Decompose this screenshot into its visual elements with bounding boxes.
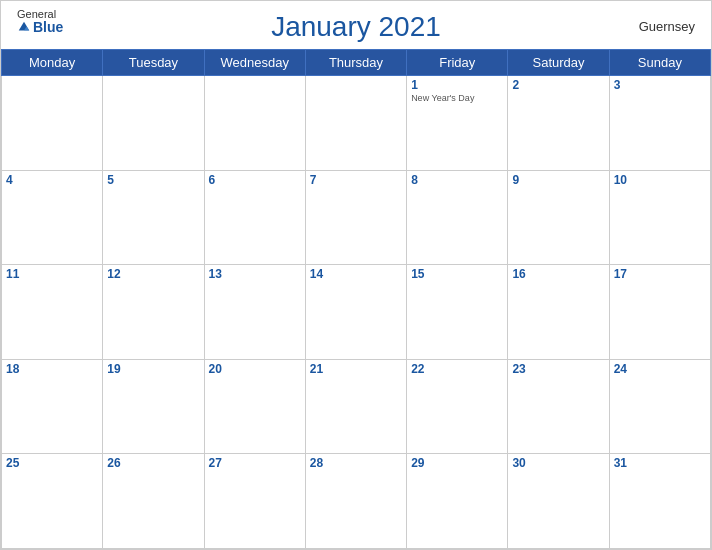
day-number: 24 bbox=[614, 362, 706, 376]
holiday-label: New Year's Day bbox=[411, 93, 503, 104]
calendar-cell: 8 bbox=[407, 170, 508, 265]
calendar-cell bbox=[204, 76, 305, 171]
weekday-thursday: Thursday bbox=[305, 50, 406, 76]
calendar-cell: 11 bbox=[2, 265, 103, 360]
day-number: 15 bbox=[411, 267, 503, 281]
logo-icon bbox=[17, 20, 31, 34]
calendar-country: Guernsey bbox=[639, 19, 695, 34]
week-row-2: 45678910 bbox=[2, 170, 711, 265]
calendar-cell: 24 bbox=[609, 359, 710, 454]
calendar-cell: 13 bbox=[204, 265, 305, 360]
day-number: 16 bbox=[512, 267, 604, 281]
calendar-cell: 1New Year's Day bbox=[407, 76, 508, 171]
calendar-cell: 21 bbox=[305, 359, 406, 454]
day-number: 29 bbox=[411, 456, 503, 470]
day-number: 22 bbox=[411, 362, 503, 376]
calendar-cell: 9 bbox=[508, 170, 609, 265]
calendar-cell: 19 bbox=[103, 359, 204, 454]
calendar-cell: 31 bbox=[609, 454, 710, 549]
calendar-cell: 3 bbox=[609, 76, 710, 171]
calendar-table: MondayTuesdayWednesdayThursdayFridaySatu… bbox=[1, 49, 711, 549]
calendar-cell: 14 bbox=[305, 265, 406, 360]
calendar-cell: 28 bbox=[305, 454, 406, 549]
day-number: 21 bbox=[310, 362, 402, 376]
day-number: 11 bbox=[6, 267, 98, 281]
calendar-cell bbox=[2, 76, 103, 171]
calendar-cell: 27 bbox=[204, 454, 305, 549]
calendar-cell: 30 bbox=[508, 454, 609, 549]
calendar-cell: 20 bbox=[204, 359, 305, 454]
calendar-cell: 25 bbox=[2, 454, 103, 549]
day-number: 1 bbox=[411, 78, 503, 92]
day-number: 25 bbox=[6, 456, 98, 470]
logo: General Blue bbox=[17, 9, 63, 34]
day-number: 8 bbox=[411, 173, 503, 187]
day-number: 10 bbox=[614, 173, 706, 187]
calendar-header: General Blue January 2021 Guernsey bbox=[1, 1, 711, 49]
calendar-cell: 23 bbox=[508, 359, 609, 454]
calendar-cell: 6 bbox=[204, 170, 305, 265]
day-number: 31 bbox=[614, 456, 706, 470]
calendar-cell bbox=[305, 76, 406, 171]
day-number: 27 bbox=[209, 456, 301, 470]
calendar-cell: 4 bbox=[2, 170, 103, 265]
calendar-title: January 2021 bbox=[271, 11, 441, 43]
day-number: 14 bbox=[310, 267, 402, 281]
week-row-1: 1New Year's Day23 bbox=[2, 76, 711, 171]
calendar-cell: 26 bbox=[103, 454, 204, 549]
week-row-5: 25262728293031 bbox=[2, 454, 711, 549]
calendar-cell: 10 bbox=[609, 170, 710, 265]
day-number: 4 bbox=[6, 173, 98, 187]
calendar-cell: 7 bbox=[305, 170, 406, 265]
calendar-cell: 22 bbox=[407, 359, 508, 454]
day-number: 30 bbox=[512, 456, 604, 470]
day-number: 7 bbox=[310, 173, 402, 187]
day-number: 20 bbox=[209, 362, 301, 376]
calendar-cell: 12 bbox=[103, 265, 204, 360]
day-number: 23 bbox=[512, 362, 604, 376]
day-number: 26 bbox=[107, 456, 199, 470]
weekday-header-row: MondayTuesdayWednesdayThursdayFridaySatu… bbox=[2, 50, 711, 76]
day-number: 13 bbox=[209, 267, 301, 281]
day-number: 9 bbox=[512, 173, 604, 187]
weekday-sunday: Sunday bbox=[609, 50, 710, 76]
weekday-tuesday: Tuesday bbox=[103, 50, 204, 76]
weekday-wednesday: Wednesday bbox=[204, 50, 305, 76]
calendar-cell: 2 bbox=[508, 76, 609, 171]
day-number: 3 bbox=[614, 78, 706, 92]
calendar-cell: 17 bbox=[609, 265, 710, 360]
calendar-container: General Blue January 2021 Guernsey Monda… bbox=[0, 0, 712, 550]
weekday-monday: Monday bbox=[2, 50, 103, 76]
calendar-cell: 5 bbox=[103, 170, 204, 265]
day-number: 2 bbox=[512, 78, 604, 92]
day-number: 18 bbox=[6, 362, 98, 376]
calendar-cell: 16 bbox=[508, 265, 609, 360]
weekday-saturday: Saturday bbox=[508, 50, 609, 76]
logo-blue: Blue bbox=[17, 20, 63, 34]
calendar-cell: 18 bbox=[2, 359, 103, 454]
calendar-cell: 15 bbox=[407, 265, 508, 360]
day-number: 12 bbox=[107, 267, 199, 281]
weekday-friday: Friday bbox=[407, 50, 508, 76]
day-number: 17 bbox=[614, 267, 706, 281]
week-row-4: 18192021222324 bbox=[2, 359, 711, 454]
week-row-3: 11121314151617 bbox=[2, 265, 711, 360]
day-number: 28 bbox=[310, 456, 402, 470]
day-number: 19 bbox=[107, 362, 199, 376]
calendar-cell bbox=[103, 76, 204, 171]
calendar-cell: 29 bbox=[407, 454, 508, 549]
day-number: 6 bbox=[209, 173, 301, 187]
day-number: 5 bbox=[107, 173, 199, 187]
